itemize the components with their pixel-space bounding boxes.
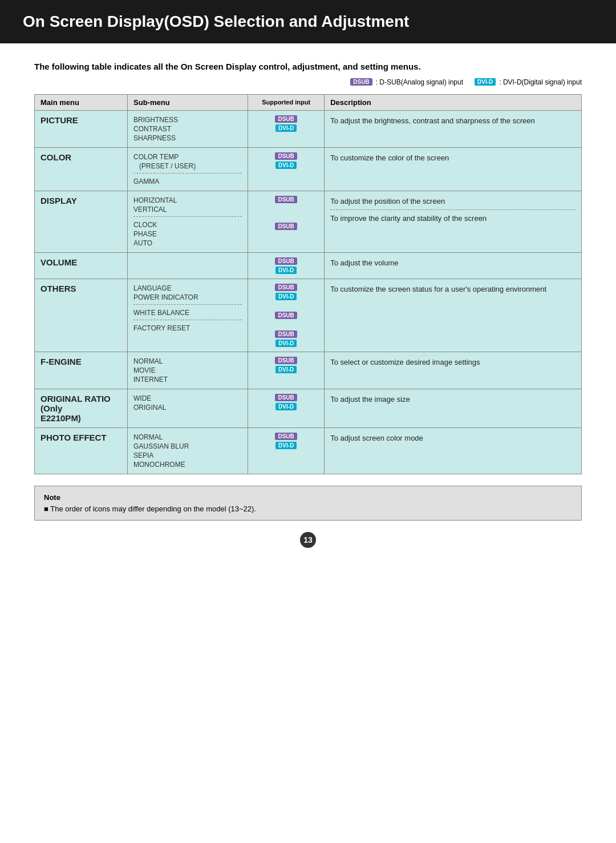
list-item: ORIGINAL <box>133 403 242 412</box>
page-number-area: 13 <box>34 532 582 548</box>
main-menu-cell-origratio: ORIGINAL RATIO(OnlyE2210PM) <box>35 389 128 427</box>
dsub-badge: DSUB <box>275 223 297 230</box>
dsub-badge: DSUB <box>275 312 297 319</box>
list-item: NORMAL <box>133 357 242 366</box>
separator <box>133 216 242 218</box>
col-header-desc: Description <box>325 94 582 110</box>
support-cell-display: DSUB DSUB <box>248 191 324 252</box>
description-text: To adjust the volume <box>330 259 398 267</box>
dsub-badge: DSUB <box>275 115 297 123</box>
description-text: To adjust the position of the screen To … <box>330 196 576 224</box>
col-header-sub: Sub-menu <box>128 94 248 110</box>
dvid-badge: DVI-D <box>475 78 496 86</box>
sub-menu-list-display: HORIZONTAL VERTICAL CLOCK PHASE AUTO <box>133 196 242 248</box>
list-item: POWER INDICATOR <box>133 293 242 302</box>
main-menu-label-color: COLOR <box>40 152 71 162</box>
list-item: NORMAL <box>133 433 242 442</box>
dvid-badge: DVI-D <box>275 403 297 410</box>
desc-cell-photoeffect: To adjust screen color mode <box>325 427 582 474</box>
main-menu-cell-color: COLOR <box>35 147 128 191</box>
dvid-legend-desc: : DVI-D(Digital signal) input <box>499 78 582 86</box>
dsub-badge: DSUB <box>275 357 297 364</box>
dsub-badge: DSUB <box>275 257 297 265</box>
dsub-badge: DSUB <box>350 78 372 86</box>
dsub-legend-desc: : D-SUB(Analog signal) input <box>376 78 463 86</box>
list-item: BRIGHTNESS <box>133 115 242 124</box>
list-item: AUTO <box>133 239 242 248</box>
table-row: DISPLAY HORIZONTAL VERTICAL CLOCK PHASE … <box>35 191 582 252</box>
list-item: LANGUAGE <box>133 284 242 293</box>
list-item: (PRESET / USER) <box>133 162 242 171</box>
list-item: MOVIE <box>133 366 242 375</box>
main-menu-label-origratio: ORIGINAL RATIO(OnlyE2210PM) <box>40 394 111 423</box>
sub-menu-list-others: LANGUAGE POWER INDICATOR WHITE BALANCE F… <box>133 284 242 333</box>
desc-cell-origratio: To adjust the image size <box>325 389 582 427</box>
sub-menu-cell-origratio: WIDE ORIGINAL <box>128 389 248 427</box>
main-menu-cell-picture: PICTURE <box>35 110 128 147</box>
sub-menu-list-color: COLOR TEMP (PRESET / USER) GAMMA <box>133 152 242 186</box>
support-cell-origratio: DSUB DVI-D <box>248 389 324 427</box>
sub-menu-cell-volume <box>128 252 248 279</box>
sub-menu-cell-picture: BRIGHTNESS CONTRAST SHARPNESS <box>128 110 248 147</box>
dsub-legend: DSUB : D-SUB(Analog signal) input <box>350 78 463 86</box>
list-item: VERTICAL <box>133 205 242 214</box>
badge-legend: DSUB : D-SUB(Analog signal) input DVI-D … <box>34 78 582 86</box>
sub-menu-cell-display: HORIZONTAL VERTICAL CLOCK PHASE AUTO <box>128 191 248 252</box>
list-item: COLOR TEMP <box>133 152 242 162</box>
list-item: PHASE <box>133 229 242 239</box>
table-row: PICTURE BRIGHTNESS CONTRAST SHARPNESS DS… <box>35 110 582 147</box>
list-item: GAUSSIAN BLUR <box>133 442 242 451</box>
sub-menu-cell-color: COLOR TEMP (PRESET / USER) GAMMA <box>128 147 248 191</box>
dsub-badge: DSUB <box>275 433 297 440</box>
list-item: SEPIA <box>133 451 242 460</box>
table-row: ORIGINAL RATIO(OnlyE2210PM) WIDE ORIGINA… <box>35 389 582 427</box>
main-menu-cell-fengine: F-ENGINE <box>35 352 128 389</box>
table-row: COLOR COLOR TEMP (PRESET / USER) GAMMA D… <box>35 147 582 191</box>
main-menu-label-display: DISPLAY <box>40 196 77 205</box>
dvid-badge: DVI-D <box>275 267 297 274</box>
sub-menu-cell-photoeffect: NORMAL GAUSSIAN BLUR SEPIA MONOCHROME <box>128 427 248 474</box>
main-menu-label-picture: PICTURE <box>40 115 78 125</box>
dsub-badge: DSUB <box>275 152 297 160</box>
dvid-badge: DVI-D <box>275 366 297 373</box>
table-header-row: Main menu Sub-menu Supported input Descr… <box>35 94 582 110</box>
main-menu-label-others: OTHERS <box>40 284 76 293</box>
list-item: WHITE BALANCE <box>133 308 242 317</box>
page-content: The following table indicates all the On… <box>0 60 616 571</box>
support-cell-photoeffect: DSUB DVI-D <box>248 427 324 474</box>
page-number: 13 <box>300 532 316 548</box>
desc-part2: To improve the clarity and stability of … <box>330 214 487 223</box>
list-item: INTERNET <box>133 375 242 384</box>
desc-cell-picture: To adjust the brightness, contrast and s… <box>325 110 582 147</box>
intro-text: The following table indicates all the On… <box>34 60 582 74</box>
main-menu-label-fengine: F-ENGINE <box>40 357 82 366</box>
main-menu-label-photoeffect: PHOTO EFFECT <box>40 433 107 442</box>
desc-part1: To adjust the position of the screen <box>330 197 445 205</box>
note-text: The order of icons may differ depending … <box>44 505 572 513</box>
dsub-badge: DSUB <box>275 394 297 401</box>
sub-menu-list-picture: BRIGHTNESS CONTRAST SHARPNESS <box>133 115 242 143</box>
desc-cell-volume: To adjust the volume <box>325 252 582 279</box>
support-cell-others: DSUB DVI-D DSUB DSUB DVI-D <box>248 279 324 352</box>
separator <box>133 304 242 306</box>
col-header-support: Supported input <box>248 94 324 110</box>
separator <box>330 209 576 210</box>
support-cell-picture: DSUB DVI-D <box>248 110 324 147</box>
sub-menu-cell-fengine: NORMAL MOVIE INTERNET <box>128 352 248 389</box>
separator <box>133 320 242 321</box>
description-text: To customize the color of the screen <box>330 154 449 162</box>
list-item: SHARPNESS <box>133 134 242 143</box>
note-box: Note The order of icons may differ depen… <box>34 486 582 521</box>
dvid-badge: DVI-D <box>275 442 297 449</box>
sub-menu-list-origratio: WIDE ORIGINAL <box>133 394 242 412</box>
support-cell-volume: DSUB DVI-D <box>248 252 324 279</box>
desc-cell-others: To customize the screen status for a use… <box>325 279 582 352</box>
table-row: VOLUME DSUB DVI-D To adjust the volume <box>35 252 582 279</box>
table-row: PHOTO EFFECT NORMAL GAUSSIAN BLUR SEPIA … <box>35 427 582 474</box>
list-item: CONTRAST <box>133 124 242 134</box>
page-header: On Screen Display(OSD) Selection and Adj… <box>0 0 616 43</box>
osd-table: Main menu Sub-menu Supported input Descr… <box>34 94 582 474</box>
table-row: OTHERS LANGUAGE POWER INDICATOR WHITE BA… <box>35 279 582 352</box>
description-text: To select or customize desired image set… <box>330 358 480 366</box>
main-menu-cell-volume: VOLUME <box>35 252 128 279</box>
